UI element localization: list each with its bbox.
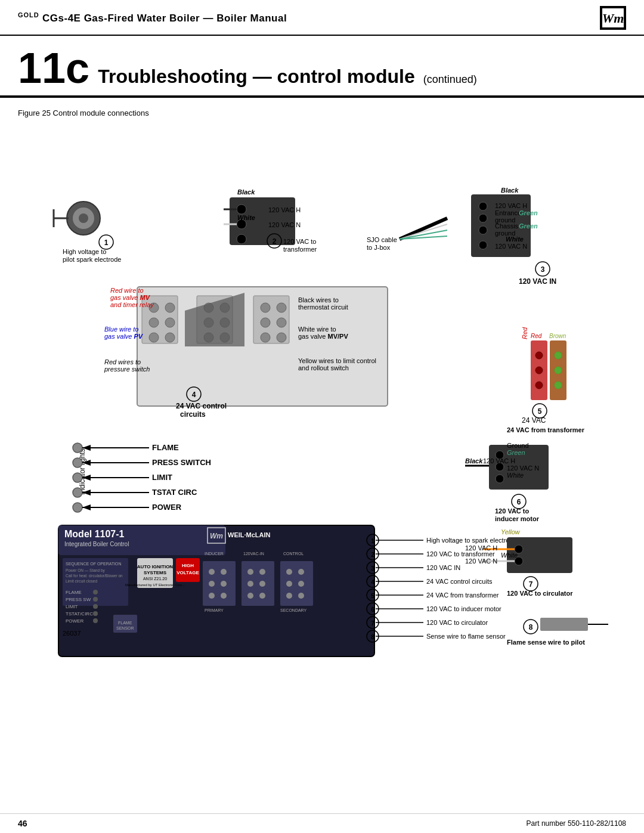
svg-text:120 VAC H: 120 VAC H: [495, 202, 527, 209]
svg-text:PRIMARY: PRIMARY: [205, 608, 224, 612]
svg-text:TSTAT CIRC: TSTAT CIRC: [152, 488, 197, 497]
svg-point-91: [535, 352, 543, 359]
svg-text:White wire to: White wire to: [298, 326, 336, 333]
svg-text:and timer relay: and timer relay: [110, 301, 154, 308]
svg-text:VOLTAGE: VOLTAGE: [177, 570, 199, 575]
svg-point-106: [73, 458, 82, 467]
gold-label: GOLD: [18, 11, 39, 18]
svg-point-187: [286, 569, 292, 575]
svg-text:to J-box: to J-box: [367, 244, 391, 251]
svg-text:120VAC-IN: 120VAC-IN: [243, 552, 264, 556]
svg-text:7: 7: [371, 620, 374, 627]
svg-text:8: 8: [529, 623, 533, 631]
section-number: 11c: [18, 47, 89, 89]
svg-rect-246: [540, 618, 588, 631]
svg-point-173: [209, 581, 215, 587]
svg-point-66: [261, 318, 270, 327]
svg-text:2: 2: [273, 237, 277, 246]
svg-point-96: [555, 382, 562, 389]
page-number: 46: [18, 819, 27, 828]
svg-text:POWER: POWER: [152, 503, 182, 512]
svg-text:White: White: [506, 236, 524, 243]
svg-point-14: [237, 234, 246, 244]
svg-point-105: [73, 443, 82, 453]
svg-text:7: 7: [529, 580, 533, 589]
svg-text:SECONDARY: SECONDARY: [280, 608, 307, 612]
svg-text:1: 1: [371, 538, 374, 544]
section-subtitle: Troubleshooting — control module: [98, 67, 415, 86]
svg-text:and rollout switch: and rollout switch: [298, 364, 349, 371]
svg-point-176: [221, 593, 227, 599]
svg-text:Entrance: Entrance: [495, 209, 521, 216]
svg-text:INDUCER: INDUCER: [205, 552, 224, 556]
svg-text:High voltage to spark electrod: High voltage to spark electrode: [426, 537, 517, 544]
svg-text:PRESS SW: PRESS SW: [66, 597, 91, 602]
svg-text:White: White: [237, 214, 255, 221]
svg-point-192: [298, 593, 304, 599]
svg-rect-178: [242, 561, 274, 606]
svg-text:120 VAC IN: 120 VAC IN: [426, 564, 460, 571]
svg-point-108: [73, 488, 82, 497]
svg-point-155: [93, 597, 98, 602]
svg-text:120 VAC N: 120 VAC N: [507, 465, 539, 472]
svg-text:Red: Red: [521, 327, 528, 339]
svg-text:24 VAC control: 24 VAC control: [176, 402, 227, 410]
svg-point-65: [261, 303, 270, 312]
svg-text:SJO cable: SJO cable: [367, 236, 397, 243]
svg-text:pilot spark electrode: pilot spark electrode: [63, 256, 121, 263]
svg-point-109: [73, 503, 82, 512]
svg-text:ANSI Z21.20: ANSI Z21.20: [143, 577, 167, 581]
svg-text:5: 5: [538, 407, 542, 416]
svg-text:8: 8: [371, 634, 374, 640]
svg-text:pressure switch: pressure switch: [104, 366, 150, 373]
svg-point-35: [479, 241, 487, 249]
svg-text:3: 3: [371, 565, 374, 572]
svg-point-34: [479, 226, 487, 234]
svg-text:120 VAC N: 120 VAC N: [268, 221, 301, 228]
svg-text:120 VAC to: 120 VAC to: [283, 238, 316, 245]
svg-text:120 VAC N: 120 VAC N: [465, 558, 497, 565]
svg-point-12: [237, 205, 246, 214]
svg-point-172: [221, 569, 227, 575]
svg-text:120 VAC to circulator: 120 VAC to circulator: [426, 619, 488, 626]
figure-caption: Figure 25 Control module connections: [18, 109, 626, 117]
svg-text:Green: Green: [519, 222, 538, 230]
svg-point-181: [247, 581, 253, 587]
svg-rect-170: [203, 561, 236, 606]
svg-text:Green: Green: [519, 209, 538, 216]
svg-point-53: [149, 333, 159, 342]
svg-text:FLAME: FLAME: [66, 590, 82, 595]
svg-text:1: 1: [104, 239, 109, 247]
svg-point-70: [277, 333, 286, 342]
page-header: GOLD CGs-4E Gas-Fired Water Boiler — Boi…: [0, 0, 644, 36]
svg-text:Red wire to: Red wire to: [110, 287, 144, 294]
svg-text:CONTROL: CONTROL: [283, 552, 304, 556]
svg-text:White: White: [507, 472, 524, 479]
svg-text:Wm: Wm: [602, 11, 624, 26]
svg-text:High voltage to: High voltage to: [63, 248, 106, 255]
svg-text:Blue wire to: Blue wire to: [104, 326, 138, 333]
svg-text:3: 3: [541, 265, 545, 274]
svg-text:4: 4: [192, 391, 196, 399]
svg-text:Black: Black: [501, 187, 519, 194]
svg-text:White: White: [501, 552, 518, 559]
svg-text:POWER: POWER: [66, 618, 83, 624]
page-footer: 46 Part number 550-110-282/1108: [0, 813, 644, 833]
svg-text:120 VAC N: 120 VAC N: [495, 243, 527, 250]
svg-point-54: [165, 303, 175, 312]
svg-point-188: [298, 569, 304, 575]
svg-point-95: [555, 367, 562, 374]
svg-point-69: [277, 318, 286, 327]
svg-text:Manufactured by UT Electronic : Manufactured by UT Electronic Con...: [125, 583, 185, 587]
svg-marker-119: [82, 504, 91, 510]
part-number: Part number 550-110-282/1108: [527, 819, 626, 828]
svg-text:Red: Red: [531, 333, 542, 339]
svg-point-171: [209, 569, 215, 575]
svg-text:120 VAC H: 120 VAC H: [268, 206, 301, 213]
svg-text:HIGH: HIGH: [182, 563, 194, 568]
svg-text:2: 2: [371, 552, 374, 558]
svg-text:Chassis: Chassis: [495, 222, 519, 230]
svg-text:Sense wire to flame sensor: Sense wire to flame sensor: [426, 633, 506, 640]
svg-point-179: [247, 569, 253, 575]
svg-text:Ground: Ground: [507, 442, 529, 449]
